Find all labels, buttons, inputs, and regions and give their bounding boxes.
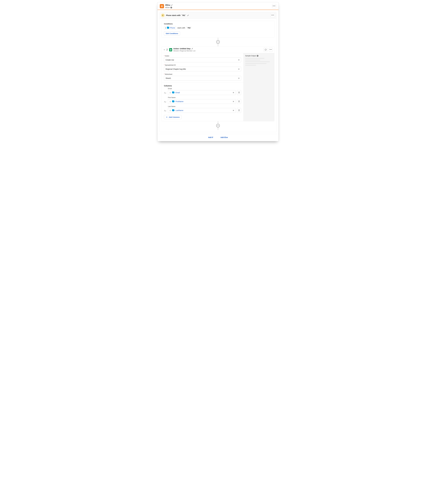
worksheet-input[interactable] [166,77,237,79]
if-badge: IF [161,14,164,17]
salesforce-icon [172,101,174,102]
action-step-more-button[interactable]: ••• [269,48,273,52]
edit-step-title-icon[interactable] [191,48,193,49]
node-more-button[interactable]: ••• [272,4,276,8]
collapse-chevron-icon[interactable] [163,49,165,51]
delete-column-button[interactable] [237,90,241,95]
action-field-input-wrap: ✕ [164,57,241,62]
add-step-button[interactable] [216,40,220,44]
edit-if-title-icon[interactable] [187,14,189,16]
clear-icon[interactable]: ✕ [237,68,240,71]
column-token: LastName [175,109,183,112]
svg-rect-2 [161,7,163,7]
ifelse-icon [160,4,164,8]
action-step-subtitle: Western Regional Member List [173,50,264,52]
add-step-button[interactable] [216,124,220,127]
action-step-title: Action: Untitled Step [173,48,191,50]
condition-index: 1 [165,27,166,29]
spreadsheet-id-label: *Spreadsheet ID [164,64,241,66]
if-branch-more-button[interactable]: ••• [271,13,275,18]
action-step-panel: 2 Action: Untitled Step Western Regional… [162,46,274,121]
condition-operator: starts with [177,27,185,29]
clear-icon[interactable]: ✕ [232,109,235,112]
column-label: First Name [168,97,236,98]
info-icon[interactable]: i [170,7,172,9]
if-branch-title-text: Phone starts with `702` [166,14,186,16]
skeleton-line [245,65,256,65]
sample-output-panel: Sample Output i [243,53,274,121]
column-token-input[interactable]: 1 Email ✕ [168,90,236,95]
skeleton-line [245,61,270,62]
delete-column-button[interactable] [237,99,241,104]
add-columns-button[interactable]: ＋ Add Columns [164,115,182,119]
edit-node-title-icon[interactable] [171,4,173,6]
edit-conditions-button[interactable]: Edit Conditions [164,31,180,36]
action-step-header: 2 Action: Untitled Step Western Regional… [162,47,274,53]
column-label: Email [168,88,236,90]
skeleton-line [245,63,266,64]
condition-field: Phone [170,27,175,29]
conditions-heading: Conditions [164,23,272,25]
connector [162,38,274,46]
clear-icon[interactable]: ✕ [237,58,240,61]
condition-row: 1 Phone starts with `702` [164,26,272,29]
svg-rect-1 [161,6,163,6]
clear-icon[interactable]: ✕ [232,91,235,94]
ifelse-flow-card: If/Else If/Else i ••• IF Phone starts wi… [157,2,279,141]
delete-column-button[interactable] [237,108,241,113]
node-subtype: If/Else [165,7,170,9]
clear-icon[interactable]: ✕ [237,77,240,80]
spreadsheet-id-input[interactable] [166,68,237,70]
action-field-input[interactable] [166,59,237,61]
if-branch: IF Phone starts with `702` ••• Condition… [160,12,276,132]
clear-icon[interactable]: ✕ [232,100,235,103]
column-token: Email [175,92,180,93]
text-type-icon: Aa [164,110,167,113]
if-branch-header: IF Phone starts with `702` ••• [160,12,276,19]
conditions-panel: Conditions 1 Phone starts with `702` Edi… [162,21,274,38]
column-token-input[interactable]: 1 LastName ✕ [168,108,236,113]
salesforce-icon [167,27,169,29]
text-type-icon: Aa [164,101,167,104]
node-title: If/Else [165,4,170,6]
condition-value: `702` [186,27,191,29]
sample-output-label: Sample Output [245,55,256,57]
add-else-button[interactable]: Add Else [220,136,228,138]
column-token: FirstName [175,101,183,103]
column-row: Aa Email 1 Email ✕ [164,88,241,95]
worksheet-label: *Worksheet [164,73,241,75]
worksheet-input-wrap: ✕ [164,76,241,81]
add-if-button[interactable]: Add If [208,136,213,138]
action-field-label: *Action [164,55,241,57]
refresh-button[interactable] [264,48,268,52]
step-number: 2 [166,48,168,51]
footer-actions: Add If Add Else [157,134,279,141]
skeleton-line [245,60,260,60]
salesforce-icon [172,92,174,93]
action-form: *Action ✕ *Spreadsheet ID ✕ [162,53,243,121]
column-label: Last Name [168,106,236,107]
columns-heading: Columns [164,85,241,87]
google-sheets-icon [169,48,172,51]
condition-field-pill[interactable]: 1 Phone [164,26,176,29]
salesforce-icon [172,110,174,111]
flow-node-header: If/Else If/Else i ••• [157,2,279,10]
svg-rect-0 [161,5,163,6]
connector [162,121,274,130]
column-row: Aa Last Name 1 LastName ✕ [164,106,241,113]
column-row: Aa First Name 1 FirstName ✕ [164,97,241,104]
info-icon[interactable]: i [257,55,258,57]
spreadsheet-id-input-wrap: ✕ [164,67,241,71]
skeleton-line [245,58,264,59]
column-token-input[interactable]: 1 FirstName ✕ [168,99,236,104]
text-type-icon: Aa [164,92,167,95]
